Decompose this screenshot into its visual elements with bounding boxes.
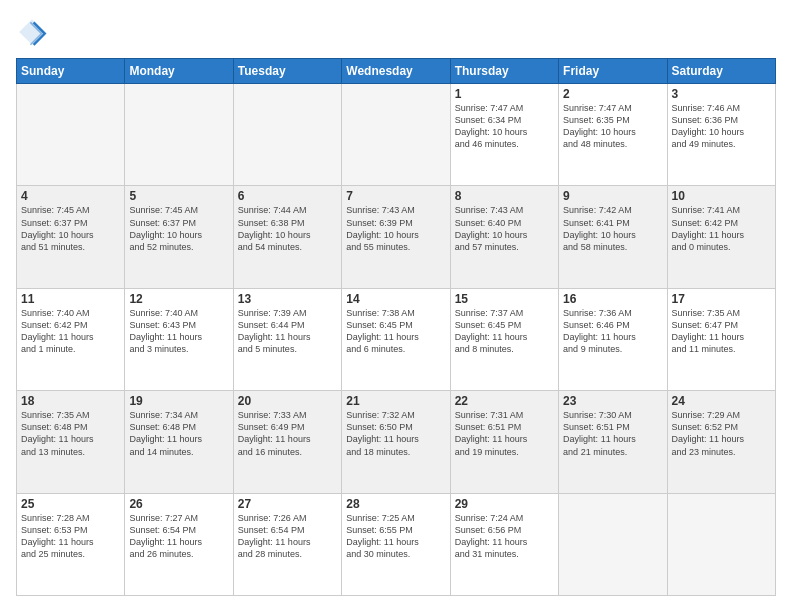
calendar-cell: 27Sunrise: 7:26 AM Sunset: 6:54 PM Dayli… (233, 493, 341, 595)
day-number: 14 (346, 292, 445, 306)
calendar-cell: 20Sunrise: 7:33 AM Sunset: 6:49 PM Dayli… (233, 391, 341, 493)
calendar-cell (125, 84, 233, 186)
weekday-header-wednesday: Wednesday (342, 59, 450, 84)
calendar-cell (559, 493, 667, 595)
day-info: Sunrise: 7:32 AM Sunset: 6:50 PM Dayligh… (346, 409, 445, 458)
week-row-3: 11Sunrise: 7:40 AM Sunset: 6:42 PM Dayli… (17, 288, 776, 390)
calendar-cell (342, 84, 450, 186)
calendar-cell: 18Sunrise: 7:35 AM Sunset: 6:48 PM Dayli… (17, 391, 125, 493)
day-number: 12 (129, 292, 228, 306)
calendar-cell: 8Sunrise: 7:43 AM Sunset: 6:40 PM Daylig… (450, 186, 558, 288)
day-number: 16 (563, 292, 662, 306)
day-info: Sunrise: 7:43 AM Sunset: 6:39 PM Dayligh… (346, 204, 445, 253)
calendar-cell: 2Sunrise: 7:47 AM Sunset: 6:35 PM Daylig… (559, 84, 667, 186)
day-info: Sunrise: 7:40 AM Sunset: 6:43 PM Dayligh… (129, 307, 228, 356)
day-number: 11 (21, 292, 120, 306)
calendar-cell: 13Sunrise: 7:39 AM Sunset: 6:44 PM Dayli… (233, 288, 341, 390)
calendar-cell: 14Sunrise: 7:38 AM Sunset: 6:45 PM Dayli… (342, 288, 450, 390)
day-info: Sunrise: 7:30 AM Sunset: 6:51 PM Dayligh… (563, 409, 662, 458)
calendar-cell: 16Sunrise: 7:36 AM Sunset: 6:46 PM Dayli… (559, 288, 667, 390)
day-info: Sunrise: 7:41 AM Sunset: 6:42 PM Dayligh… (672, 204, 771, 253)
calendar-cell: 3Sunrise: 7:46 AM Sunset: 6:36 PM Daylig… (667, 84, 775, 186)
week-row-5: 25Sunrise: 7:28 AM Sunset: 6:53 PM Dayli… (17, 493, 776, 595)
day-number: 23 (563, 394, 662, 408)
calendar-cell: 17Sunrise: 7:35 AM Sunset: 6:47 PM Dayli… (667, 288, 775, 390)
week-row-2: 4Sunrise: 7:45 AM Sunset: 6:37 PM Daylig… (17, 186, 776, 288)
day-info: Sunrise: 7:35 AM Sunset: 6:48 PM Dayligh… (21, 409, 120, 458)
day-info: Sunrise: 7:39 AM Sunset: 6:44 PM Dayligh… (238, 307, 337, 356)
day-info: Sunrise: 7:37 AM Sunset: 6:45 PM Dayligh… (455, 307, 554, 356)
day-info: Sunrise: 7:38 AM Sunset: 6:45 PM Dayligh… (346, 307, 445, 356)
day-number: 9 (563, 189, 662, 203)
day-info: Sunrise: 7:28 AM Sunset: 6:53 PM Dayligh… (21, 512, 120, 561)
day-info: Sunrise: 7:35 AM Sunset: 6:47 PM Dayligh… (672, 307, 771, 356)
day-info: Sunrise: 7:25 AM Sunset: 6:55 PM Dayligh… (346, 512, 445, 561)
logo-icon (16, 16, 48, 48)
calendar-cell: 6Sunrise: 7:44 AM Sunset: 6:38 PM Daylig… (233, 186, 341, 288)
day-number: 15 (455, 292, 554, 306)
day-number: 26 (129, 497, 228, 511)
day-number: 13 (238, 292, 337, 306)
day-number: 24 (672, 394, 771, 408)
day-info: Sunrise: 7:47 AM Sunset: 6:35 PM Dayligh… (563, 102, 662, 151)
day-info: Sunrise: 7:45 AM Sunset: 6:37 PM Dayligh… (21, 204, 120, 253)
day-number: 18 (21, 394, 120, 408)
calendar-cell: 25Sunrise: 7:28 AM Sunset: 6:53 PM Dayli… (17, 493, 125, 595)
day-info: Sunrise: 7:31 AM Sunset: 6:51 PM Dayligh… (455, 409, 554, 458)
day-number: 5 (129, 189, 228, 203)
day-info: Sunrise: 7:29 AM Sunset: 6:52 PM Dayligh… (672, 409, 771, 458)
weekday-header-row: SundayMondayTuesdayWednesdayThursdayFrid… (17, 59, 776, 84)
day-number: 3 (672, 87, 771, 101)
calendar-cell: 29Sunrise: 7:24 AM Sunset: 6:56 PM Dayli… (450, 493, 558, 595)
weekday-header-tuesday: Tuesday (233, 59, 341, 84)
calendar-cell: 11Sunrise: 7:40 AM Sunset: 6:42 PM Dayli… (17, 288, 125, 390)
day-info: Sunrise: 7:43 AM Sunset: 6:40 PM Dayligh… (455, 204, 554, 253)
day-info: Sunrise: 7:40 AM Sunset: 6:42 PM Dayligh… (21, 307, 120, 356)
day-number: 22 (455, 394, 554, 408)
calendar-cell: 7Sunrise: 7:43 AM Sunset: 6:39 PM Daylig… (342, 186, 450, 288)
day-info: Sunrise: 7:47 AM Sunset: 6:34 PM Dayligh… (455, 102, 554, 151)
day-number: 10 (672, 189, 771, 203)
calendar-cell: 28Sunrise: 7:25 AM Sunset: 6:55 PM Dayli… (342, 493, 450, 595)
day-number: 2 (563, 87, 662, 101)
calendar-cell: 22Sunrise: 7:31 AM Sunset: 6:51 PM Dayli… (450, 391, 558, 493)
day-info: Sunrise: 7:44 AM Sunset: 6:38 PM Dayligh… (238, 204, 337, 253)
day-number: 6 (238, 189, 337, 203)
calendar-table: SundayMondayTuesdayWednesdayThursdayFrid… (16, 58, 776, 596)
day-number: 25 (21, 497, 120, 511)
day-number: 20 (238, 394, 337, 408)
day-number: 4 (21, 189, 120, 203)
day-info: Sunrise: 7:42 AM Sunset: 6:41 PM Dayligh… (563, 204, 662, 253)
day-number: 19 (129, 394, 228, 408)
day-number: 17 (672, 292, 771, 306)
weekday-header-saturday: Saturday (667, 59, 775, 84)
page: SundayMondayTuesdayWednesdayThursdayFrid… (0, 0, 792, 612)
calendar-cell: 12Sunrise: 7:40 AM Sunset: 6:43 PM Dayli… (125, 288, 233, 390)
day-info: Sunrise: 7:24 AM Sunset: 6:56 PM Dayligh… (455, 512, 554, 561)
calendar-cell: 23Sunrise: 7:30 AM Sunset: 6:51 PM Dayli… (559, 391, 667, 493)
calendar-cell (233, 84, 341, 186)
day-number: 28 (346, 497, 445, 511)
day-number: 29 (455, 497, 554, 511)
day-info: Sunrise: 7:33 AM Sunset: 6:49 PM Dayligh… (238, 409, 337, 458)
week-row-4: 18Sunrise: 7:35 AM Sunset: 6:48 PM Dayli… (17, 391, 776, 493)
calendar-cell: 21Sunrise: 7:32 AM Sunset: 6:50 PM Dayli… (342, 391, 450, 493)
calendar-cell: 19Sunrise: 7:34 AM Sunset: 6:48 PM Dayli… (125, 391, 233, 493)
weekday-header-friday: Friday (559, 59, 667, 84)
calendar-cell: 15Sunrise: 7:37 AM Sunset: 6:45 PM Dayli… (450, 288, 558, 390)
calendar-cell: 5Sunrise: 7:45 AM Sunset: 6:37 PM Daylig… (125, 186, 233, 288)
day-info: Sunrise: 7:45 AM Sunset: 6:37 PM Dayligh… (129, 204, 228, 253)
calendar-cell: 26Sunrise: 7:27 AM Sunset: 6:54 PM Dayli… (125, 493, 233, 595)
day-info: Sunrise: 7:26 AM Sunset: 6:54 PM Dayligh… (238, 512, 337, 561)
calendar-cell (667, 493, 775, 595)
weekday-header-monday: Monday (125, 59, 233, 84)
day-number: 21 (346, 394, 445, 408)
weekday-header-thursday: Thursday (450, 59, 558, 84)
calendar-cell: 4Sunrise: 7:45 AM Sunset: 6:37 PM Daylig… (17, 186, 125, 288)
calendar-cell: 24Sunrise: 7:29 AM Sunset: 6:52 PM Dayli… (667, 391, 775, 493)
day-number: 27 (238, 497, 337, 511)
week-row-1: 1Sunrise: 7:47 AM Sunset: 6:34 PM Daylig… (17, 84, 776, 186)
header (16, 16, 776, 48)
day-info: Sunrise: 7:27 AM Sunset: 6:54 PM Dayligh… (129, 512, 228, 561)
calendar-cell: 1Sunrise: 7:47 AM Sunset: 6:34 PM Daylig… (450, 84, 558, 186)
